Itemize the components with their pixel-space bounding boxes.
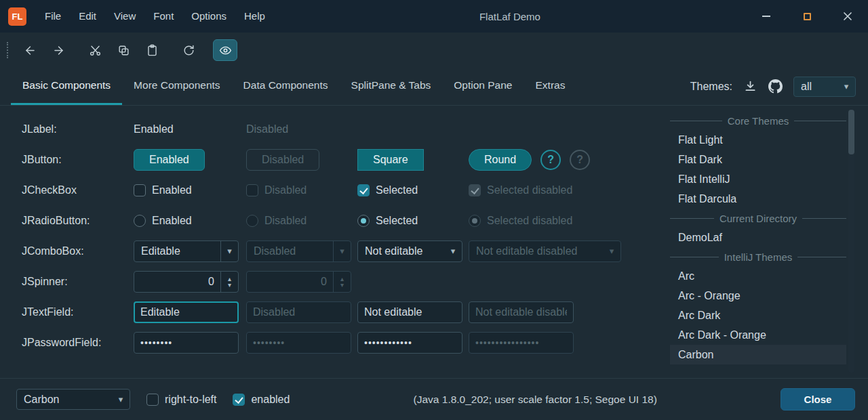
theme-item-flat-darcula[interactable]: Flat Darcula [670,189,846,209]
theme-item-carbon[interactable]: Carbon [670,345,846,364]
refresh-button[interactable] [176,39,201,61]
app-window: FL File Edit View Font Options Help Flat… [0,0,868,420]
forward-button[interactable] [46,39,71,61]
combobox-value: Disabled [247,245,333,257]
jradiobutton-enabled[interactable]: Enabled [134,215,246,227]
menu-file[interactable]: File [36,0,70,33]
jcombobox-disabled: Disabled ▾ [246,240,351,262]
window-close-button[interactable] [827,0,868,33]
chevron-down-icon: ▾ [333,241,351,261]
themes-section-intellij: IntelliJ Themes [670,247,846,266]
jcombobox-row-label: JComboBox: [22,245,134,257]
enabled-checkbox[interactable]: enabled [233,394,290,406]
jradiobutton-selected[interactable]: Selected [357,215,469,227]
tab-extras[interactable]: Extras [524,68,577,105]
window-maximize-button[interactable] [787,0,827,33]
jpasswordfield-not-editable[interactable] [357,332,462,354]
theme-item-arc-dark[interactable]: Arc Dark [670,306,846,325]
menu-view[interactable]: View [105,0,144,33]
checkbox-icon [146,394,159,406]
scrollbar-thumb[interactable] [848,110,854,154]
chevron-down-icon: ▾ [444,246,462,256]
checkbox-label: Selected [376,184,418,196]
themes-filter-value: all [794,81,837,93]
checkbox-label: Selected disabled [487,184,572,196]
jcombobox-editable[interactable]: Editable ▾ [134,240,239,262]
jbutton-row-label: JButton: [22,154,134,166]
close-button[interactable]: Close [781,388,855,411]
copy-button[interactable] [111,39,136,61]
spinner-buttons[interactable]: ▴▾ [220,272,238,292]
radio-label: Selected [376,215,418,227]
theme-item-arc-dark-orange[interactable]: Arc Dark - Orange [670,325,846,345]
copy-icon [117,44,130,57]
checkbox-checked-icon [469,184,481,196]
back-icon [24,44,37,57]
jtextfield-not-editable[interactable] [357,301,462,323]
tab-data-components[interactable]: Data Components [232,68,340,105]
spinner-value: 0 [134,272,220,292]
theme-selector-combo[interactable]: Carbon ▾ [16,389,130,410]
jpasswordfield-row-label: JPasswordField: [22,337,134,349]
themes-section-core: Core Themes [670,111,846,130]
themes-filter-combo[interactable]: all ▾ [793,77,856,97]
back-button[interactable] [18,39,42,61]
jbutton-enabled[interactable]: Enabled [134,149,205,171]
themes-scrollbar[interactable] [848,110,854,373]
tab-more-components[interactable]: More Components [122,68,232,105]
menu-font[interactable]: Font [144,0,182,33]
theme-selector-value: Carbon [17,394,112,406]
jpasswordfield-editable[interactable] [134,332,239,354]
right-to-left-checkbox[interactable]: right-to-left [146,394,216,406]
section-label: Current Directory [714,213,802,224]
jcheckbox-selected[interactable]: Selected [357,184,469,196]
jcheckbox-selected-disabled: Selected disabled [469,184,646,196]
theme-item-flat-dark[interactable]: Flat Dark [670,150,846,169]
menu-help[interactable]: Help [235,0,274,33]
chevron-down-icon: ▾ [603,246,620,256]
tab-band: Basic Components More Components Data Co… [0,68,868,106]
section-label: Core Themes [722,115,795,127]
window-minimize-button[interactable] [746,0,787,33]
tab-splitpane-tabs[interactable]: SplitPane & Tabs [340,68,443,105]
jtextfield-editable[interactable] [134,301,239,323]
jcombobox-not-editable-disabled: Not editable disabled ▾ [469,240,621,262]
statusbar: Carbon ▾ right-to-left enabled (Java 1.8… [0,378,868,420]
jcombobox-not-editable[interactable]: Not editable ▾ [357,240,462,262]
download-icon [743,79,757,93]
refresh-icon [182,44,195,57]
tab-basic-components[interactable]: Basic Components [11,68,122,105]
theme-item-arc[interactable]: Arc [670,266,846,286]
jlabel-row-label: JLabel: [22,123,134,135]
spinner-down-icon[interactable]: ▾ [228,282,231,288]
menu-options[interactable]: Options [182,0,235,33]
paste-button[interactable] [140,39,164,61]
checkbox-label: Disabled [264,184,307,196]
github-button[interactable] [768,79,783,93]
theme-item-arc-orange[interactable]: Arc - Orange [670,286,846,306]
radio-label: Selected disabled [487,215,572,227]
jspinner-disabled: 0 ▴▾ [246,271,351,293]
jpasswordfield-not-editable-disabled [469,332,574,354]
theme-item-flat-light[interactable]: Flat Light [670,130,846,150]
cut-button[interactable] [83,39,107,61]
checkbox-icon [134,184,146,196]
theme-item-demolaf[interactable]: DemoLaf [670,228,846,247]
menu-edit[interactable]: Edit [70,0,105,33]
toolbar-grip[interactable] [7,42,8,58]
download-theme-button[interactable] [743,79,757,93]
close-icon [843,12,852,21]
tab-option-pane[interactable]: Option Pane [442,68,524,105]
jcheckbox-enabled[interactable]: Enabled [134,184,246,196]
show-hidden-toggle-button[interactable] [213,39,237,61]
maximize-icon [804,13,811,20]
jbutton-square[interactable]: Square [357,149,424,171]
theme-item-flat-intellij[interactable]: Flat IntelliJ [670,169,846,189]
jtextfield-not-editable-disabled [469,301,574,323]
jspinner[interactable]: 0 ▴▾ [134,271,239,293]
checkbox-label: Enabled [152,184,192,196]
jbutton-help[interactable]: ? [540,150,561,170]
jbutton-round[interactable]: Round [469,149,532,171]
menubar: File Edit View Font Options Help [36,0,274,33]
jradiobutton-disabled: Disabled [246,215,357,227]
